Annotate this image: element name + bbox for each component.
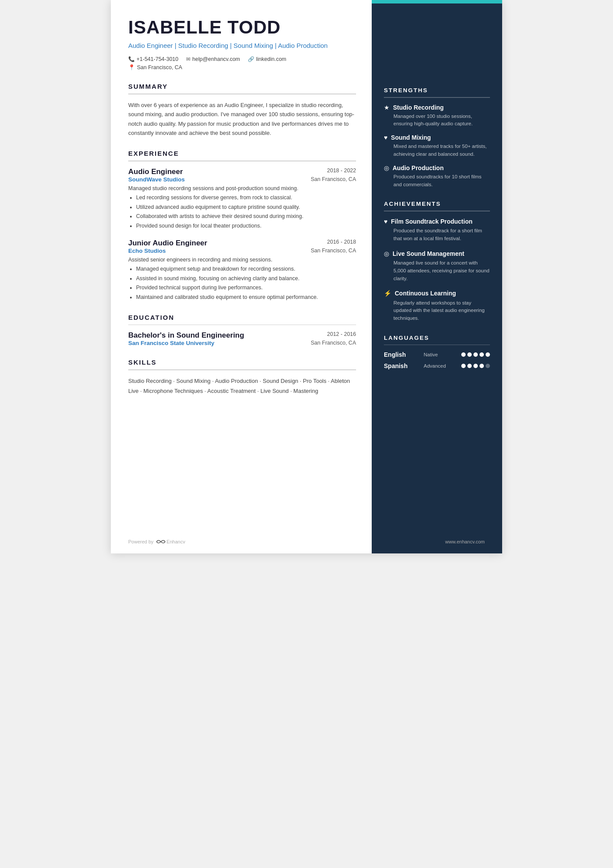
edu-1-location: San Francisco, CA <box>311 340 356 346</box>
achievements-section: ACHIEVEMENTS ♥ Film Soundtrack Productio… <box>384 201 490 322</box>
resume-page: ISABELLE TODD Audio Engineer | Studio Re… <box>111 0 502 553</box>
experience-section: EXPERIENCE Audio Engineer 2018 - 2022 So… <box>128 150 356 302</box>
bullet-item: Maintained and calibrated studio equipme… <box>136 293 356 302</box>
dot-4 <box>480 352 484 357</box>
bullet-item: Collaborated with artists to achieve the… <box>136 212 356 221</box>
summary-divider <box>128 94 356 94</box>
lang-english-dots <box>461 352 490 357</box>
bullet-item: Managed equipment setup and breakdown fo… <box>136 265 356 273</box>
job-1-title: Audio Engineer <box>128 168 183 176</box>
left-column: ISABELLE TODD Audio Engineer | Studio Re… <box>111 0 372 553</box>
achievement-2-header: ◎ Live Sound Management <box>384 250 490 258</box>
education-divider <box>128 325 356 325</box>
strengths-title: STRENGTHS <box>384 87 490 94</box>
linkedin-contact: 🔗 linkedin.com <box>248 56 286 62</box>
enhancv-brand-name: Enhancv <box>167 539 185 544</box>
phone-contact: 📞 +1-541-754-3010 <box>128 56 178 62</box>
bullet-item: Led recording sessions for diverse genre… <box>136 194 356 202</box>
email-icon: ✉ <box>186 56 190 62</box>
strength-1-header: ★ Studio Recording <box>384 104 490 111</box>
edu-1-subrow: San Francisco State University San Franc… <box>128 340 356 346</box>
header-section: ISABELLE TODD Audio Engineer | Studio Re… <box>128 17 356 70</box>
link-icon: 🔗 <box>248 56 254 62</box>
job-1-header: Audio Engineer 2018 - 2022 <box>128 168 356 176</box>
job-2-bullets: Managed equipment setup and breakdown fo… <box>128 265 356 302</box>
dot-5 <box>486 364 490 368</box>
achievements-divider <box>384 211 490 211</box>
job-2-title: Junior Audio Engineer <box>128 239 207 248</box>
skills-title: SKILLS <box>128 359 356 366</box>
strength-3: ◎ Audio Production Produced soundtracks … <box>384 164 490 189</box>
summary-title: SUMMARY <box>128 83 356 90</box>
job-2-desc: Assisted senior engineers in recording a… <box>128 257 356 263</box>
dot-5 <box>486 352 490 357</box>
job-1-company: SoundWave Studios <box>128 176 185 183</box>
dot-3 <box>473 364 478 368</box>
email-address: help@enhancv.com <box>192 56 240 62</box>
powered-by-text: Powered by <box>128 539 153 544</box>
job-1-date: 2018 - 2022 <box>327 168 356 174</box>
circle-icon: ◎ <box>384 164 389 171</box>
achievement-2-desc: Managed live sound for a concert with 5,… <box>384 259 490 282</box>
lang-spanish-level: Advanced <box>424 363 452 369</box>
skills-divider <box>128 369 356 370</box>
dot-3 <box>473 352 478 357</box>
lang-spanish-name: Spanish <box>384 362 414 369</box>
right-column: STRENGTHS ★ Studio Recording Managed ove… <box>372 0 502 553</box>
achievement-1: ♥ Film Soundtrack Production Produced th… <box>384 218 490 243</box>
circle-icon-2: ◎ <box>384 250 389 257</box>
footer-brand: Powered by Enhancv <box>128 539 185 545</box>
strengths-divider <box>384 97 490 98</box>
heart-icon: ♥ <box>384 134 387 141</box>
achievement-2: ◎ Live Sound Management Managed live sou… <box>384 250 490 283</box>
achievement-3-header: ⚡ Continuous Learning <box>384 289 490 297</box>
dot-2 <box>467 364 472 368</box>
experience-title: EXPERIENCE <box>128 150 356 157</box>
job-1-desc: Managed studio recording sessions and po… <box>128 185 356 191</box>
strength-1-desc: Managed over 100 studio sessions, ensuri… <box>384 113 490 128</box>
job-2-header: Junior Audio Engineer 2016 - 2018 <box>128 239 356 248</box>
edu-1-header: Bachelor's in Sound Engineering 2012 - 2… <box>128 331 356 340</box>
lang-english: English Native <box>384 351 490 358</box>
strength-3-title: Audio Production <box>393 164 443 171</box>
candidate-tagline: Audio Engineer | Studio Recording | Soun… <box>128 41 356 50</box>
education-title: EDUCATION <box>128 314 356 321</box>
skills-section: SKILLS Studio Recording · Sound Mixing ·… <box>128 359 356 396</box>
languages-section: LANGUAGES English Native Spanish Advance… <box>384 335 490 370</box>
bullet-item: Provided technical support during live p… <box>136 284 356 292</box>
star-icon: ★ <box>384 104 390 111</box>
strength-3-header: ◎ Audio Production <box>384 164 490 171</box>
achievement-3: ⚡ Continuous Learning Regularly attend w… <box>384 289 490 322</box>
bolt-icon: ⚡ <box>384 290 391 297</box>
strengths-section: STRENGTHS ★ Studio Recording Managed ove… <box>384 87 490 188</box>
bullet-item: Provided sound design for local theater … <box>136 222 356 230</box>
phone-icon: 📞 <box>128 56 135 62</box>
job-1-location: San Francisco, CA <box>311 176 356 183</box>
location-icon: 📍 <box>128 64 135 70</box>
logo-svg <box>156 539 166 545</box>
achievement-3-desc: Regularly attend workshops to stay updat… <box>384 299 490 322</box>
achievement-1-header: ♥ Film Soundtrack Production <box>384 218 490 225</box>
edu-1-school: San Francisco State University <box>128 340 214 346</box>
achievement-1-title: Film Soundtrack Production <box>391 218 472 225</box>
job-1-bullets: Led recording sessions for diverse genre… <box>128 194 356 230</box>
dot-1 <box>461 364 466 368</box>
lang-spanish-dots <box>461 364 490 368</box>
skills-text: Studio Recording · Sound Mixing · Audio … <box>128 376 356 396</box>
bullet-item: Assisted in sound mixing, focusing on ac… <box>136 275 356 283</box>
strength-2-desc: Mixed and mastered tracks for 50+ artist… <box>384 143 490 158</box>
achievement-3-title: Continuous Learning <box>395 289 456 297</box>
phone-number: +1-541-754-3010 <box>137 56 178 62</box>
edu-item-1: Bachelor's in Sound Engineering 2012 - 2… <box>128 331 356 346</box>
email-contact: ✉ help@enhancv.com <box>186 56 240 62</box>
enhancv-logo: Enhancv <box>156 539 185 545</box>
dot-2 <box>467 352 472 357</box>
strength-1: ★ Studio Recording Managed over 100 stud… <box>384 104 490 128</box>
footer-website: www.enhancv.com <box>445 539 485 544</box>
job-2-location: San Francisco, CA <box>311 248 356 254</box>
job-2-date: 2016 - 2018 <box>327 239 356 245</box>
job-2-subrow: Echo Studios San Francisco, CA <box>128 248 356 254</box>
job-1-subrow: SoundWave Studios San Francisco, CA <box>128 176 356 183</box>
bullet-item: Utilized advanced audio equipment to cap… <box>136 203 356 211</box>
achievements-title: ACHIEVEMENTS <box>384 201 490 207</box>
